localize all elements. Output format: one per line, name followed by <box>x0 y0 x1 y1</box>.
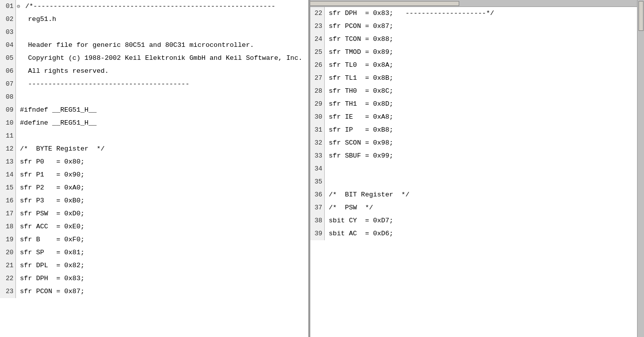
line-number-r27: 27 <box>309 72 325 85</box>
code-line-left-9: 09 #ifndef __REG51_H__ <box>0 104 308 117</box>
code-line-right-34: 34 <box>309 163 644 175</box>
line-number-10: 10 <box>0 117 16 130</box>
code-content-20: sfr SP = 0x81; <box>16 246 85 259</box>
line-number-4: 04 <box>0 39 16 52</box>
code-line-right-23: 23 sfr PCON = 0x87; <box>309 20 644 33</box>
code-content-14: sfr P1 = 0x90; <box>16 168 85 181</box>
code-line-left-6: 06 All rights reserved. <box>0 65 308 78</box>
line-number-13: 13 <box>0 156 16 168</box>
line-number-2: 02 <box>0 13 16 26</box>
code-line-left-20: 20 sfr SP = 0x81; <box>0 246 308 259</box>
code-content-6: All rights reserved. <box>16 65 109 78</box>
code-content-r23: sfr PCON = 0x87; <box>325 20 393 33</box>
line-number-r34: 34 <box>309 163 325 175</box>
line-number-5: 05 <box>0 52 16 65</box>
code-line-right-38: 38 sbit CY = 0xD7; <box>309 214 644 227</box>
line-number-20: 20 <box>0 246 16 259</box>
code-content-r36: /* BIT Register */ <box>325 188 409 201</box>
code-content-15: sfr P2 = 0xA0; <box>16 181 85 194</box>
code-line-left-18: 18 sfr ACC = 0xE0; <box>0 220 308 233</box>
line-number-12: 12 <box>0 143 16 156</box>
code-content-r32: sfr SCON = 0x98; <box>325 137 393 150</box>
code-line-right-30: 30 sfr IE = 0xA8; <box>309 111 644 124</box>
line-number-17: 17 <box>0 207 16 220</box>
right-pane: 22 sfr DPH = 0x83; --------------------*… <box>309 0 644 337</box>
code-line-right-33: 33 sfr SBUF = 0x99; <box>309 150 644 163</box>
code-content-7: ---------------------------------------- <box>16 78 189 91</box>
code-content-23: sfr PCON = 0x87; <box>16 285 85 298</box>
line-number-r23: 23 <box>309 20 325 33</box>
code-line-right-27: 27 sfr TL1 = 0x8B; <box>309 72 644 85</box>
line-number-18: 18 <box>0 220 16 233</box>
splitter-bar[interactable] <box>309 0 310 337</box>
line-number-14: 14 <box>0 168 16 181</box>
code-line-right-35: 35 <box>309 175 644 188</box>
code-line-left-19: 19 sfr B = 0xF0; <box>0 233 308 246</box>
code-content-21: sfr DPL = 0x82; <box>16 259 85 272</box>
code-line-left-5: 05 Copyright (c) 1988-2002 Keil Elektron… <box>0 52 308 65</box>
code-line-left-8: 08 <box>0 91 308 104</box>
right-code-view[interactable]: 22 sfr DPH = 0x83; --------------------*… <box>309 7 644 337</box>
code-line-left-15: 15 sfr P2 = 0xA0; <box>0 181 308 194</box>
code-content-r31: sfr IP = 0xB8; <box>325 124 393 137</box>
line-number-11: 11 <box>0 130 16 143</box>
code-line-left-12: 12 /* BYTE Register */ <box>0 143 308 156</box>
line-number-r33: 33 <box>309 150 325 163</box>
code-line-left-14: 14 sfr P1 = 0x90; <box>0 168 308 181</box>
code-content-9: #ifndef __REG51_H__ <box>16 104 97 117</box>
code-line-left-23: 23 sfr PCON = 0x87; <box>0 285 308 298</box>
code-content-12: /* BYTE Register */ <box>16 143 105 156</box>
line-number-r26: 26 <box>309 59 325 72</box>
code-line-left-10: 10 #define __REG51_H__ <box>0 117 308 130</box>
line-number-15: 15 <box>0 181 16 194</box>
vertical-scrollbar[interactable] <box>637 0 644 337</box>
code-line-left-2: 02 reg51.h <box>0 13 308 26</box>
line-number-22: 22 <box>0 272 16 285</box>
line-number-1: 01 <box>0 0 16 13</box>
line-number-6: 06 <box>0 65 16 78</box>
code-line-right-39: 39 sbit AC = 0xD6; <box>309 227 644 240</box>
code-line-right-25: 25 sfr TMOD = 0x89; <box>309 46 644 59</box>
code-content-r22: sfr DPH = 0x83; --------------------*/ <box>325 7 494 20</box>
code-line-right-28: 28 sfr TH0 = 0x8C; <box>309 85 644 98</box>
line-number-r36: 36 <box>309 188 325 201</box>
code-line-left-11: 11 <box>0 130 308 143</box>
code-line-left-13: 13 sfr P0 = 0x80; <box>0 156 308 168</box>
code-line-right-22: 22 sfr DPH = 0x83; --------------------*… <box>309 7 644 20</box>
line-number-23: 23 <box>0 285 16 298</box>
code-content-r30: sfr IE = 0xA8; <box>325 111 393 124</box>
horizontal-scrollbar[interactable] <box>309 0 644 7</box>
code-content-19: sfr B = 0xF0; <box>16 233 85 246</box>
code-content-4: Header file for generic 80C51 and 80C31 … <box>16 39 254 52</box>
line-number-r24: 24 <box>309 33 325 46</box>
line-number-r31: 31 <box>309 124 325 137</box>
code-content-22: sfr DPH = 0x83; <box>16 272 85 285</box>
line-number-16: 16 <box>0 194 16 207</box>
line-number-r30: 30 <box>309 111 325 124</box>
code-line-right-24: 24 sfr TCON = 0x88; <box>309 33 644 46</box>
line-number-19: 19 <box>0 233 16 246</box>
code-line-right-37: 37 /* PSW */ <box>309 201 644 214</box>
code-content-r25: sfr TMOD = 0x89; <box>325 46 393 59</box>
code-content-r29: sfr TH1 = 0x8D; <box>325 98 393 111</box>
line-number-r32: 32 <box>309 137 325 150</box>
line-number-9: 09 <box>0 104 16 117</box>
code-content-5: Copyright (c) 1988-2002 Keil Elektronik … <box>16 52 302 65</box>
left-code-view[interactable]: 01 ⊝ /*---------------------------------… <box>0 0 308 337</box>
scrollbar-thumb[interactable] <box>310 1 459 6</box>
code-content-1: /*--------------------------------------… <box>21 0 275 13</box>
collapse-icon-1[interactable]: ⊝ <box>16 0 21 13</box>
line-number-8: 08 <box>0 91 16 104</box>
code-line-right-36: 36 /* BIT Register */ <box>309 188 644 201</box>
vertical-scrollbar-thumb[interactable] <box>639 1 644 31</box>
code-content-2: reg51.h <box>16 13 56 26</box>
editor-container: 01 ⊝ /*---------------------------------… <box>0 0 644 337</box>
code-line-right-29: 29 sfr TH1 = 0x8D; <box>309 98 644 111</box>
code-content-17: sfr PSW = 0xD0; <box>16 207 85 220</box>
code-content-10: #define __REG51_H__ <box>16 117 97 130</box>
code-line-left-17: 17 sfr PSW = 0xD0; <box>0 207 308 220</box>
code-content-r33: sfr SBUF = 0x99; <box>325 150 393 163</box>
code-content-r24: sfr TCON = 0x88; <box>325 33 393 46</box>
code-line-left-1: 01 ⊝ /*---------------------------------… <box>0 0 308 13</box>
code-content-r39: sbit AC = 0xD6; <box>325 227 393 240</box>
